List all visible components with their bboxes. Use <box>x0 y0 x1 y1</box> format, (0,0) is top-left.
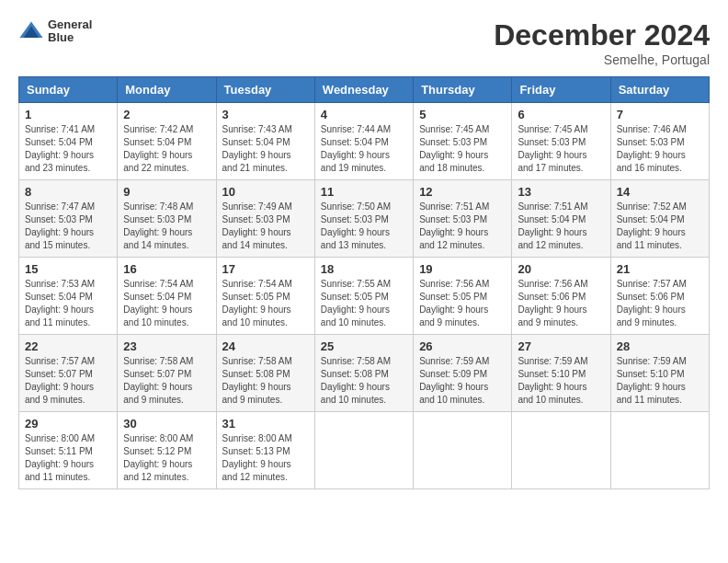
daylight-text: Daylight: 9 hours and 17 minutes. <box>518 149 604 175</box>
calendar-cell: 31 Sunrise: 8:00 AM Sunset: 5:13 PM Dayl… <box>216 412 314 489</box>
weekday-header-saturday: Saturday <box>610 77 709 103</box>
logo-icon <box>18 18 44 44</box>
sunset-text: Sunset: 5:08 PM <box>222 368 309 381</box>
day-info: Sunrise: 7:42 AM Sunset: 5:04 PM Dayligh… <box>123 123 210 175</box>
day-info: Sunrise: 7:51 AM Sunset: 5:04 PM Dayligh… <box>518 201 604 252</box>
daylight-text: Daylight: 9 hours and 22 minutes. <box>123 149 210 175</box>
sunset-text: Sunset: 5:13 PM <box>222 445 309 458</box>
calendar-cell <box>414 412 512 489</box>
sunrise-text: Sunrise: 7:59 AM <box>518 355 604 368</box>
day-info: Sunrise: 7:59 AM Sunset: 5:09 PM Dayligh… <box>419 355 506 407</box>
calendar-week-row: 15 Sunrise: 7:53 AM Sunset: 5:04 PM Dayl… <box>19 258 710 335</box>
daylight-text: Daylight: 9 hours and 10 minutes. <box>222 304 309 329</box>
day-info: Sunrise: 7:47 AM Sunset: 5:03 PM Dayligh… <box>25 201 111 252</box>
sunrise-text: Sunrise: 7:52 AM <box>617 201 703 213</box>
daylight-text: Daylight: 9 hours and 10 minutes. <box>419 381 506 407</box>
sunset-text: Sunset: 5:04 PM <box>617 213 703 226</box>
calendar-cell: 5 Sunrise: 7:45 AM Sunset: 5:03 PM Dayli… <box>414 103 512 180</box>
day-number: 24 <box>222 339 309 353</box>
day-number: 19 <box>419 262 506 276</box>
daylight-text: Daylight: 9 hours and 23 minutes. <box>25 149 111 175</box>
day-info: Sunrise: 7:58 AM Sunset: 5:08 PM Dayligh… <box>222 355 309 407</box>
daylight-text: Daylight: 9 hours and 9 minutes. <box>419 304 506 329</box>
calendar-cell: 8 Sunrise: 7:47 AM Sunset: 5:03 PM Dayli… <box>19 180 118 258</box>
calendar-cell: 3 Sunrise: 7:43 AM Sunset: 5:04 PM Dayli… <box>216 103 314 180</box>
sunrise-text: Sunrise: 7:44 AM <box>321 123 407 136</box>
day-number: 1 <box>25 108 111 121</box>
sunset-text: Sunset: 5:04 PM <box>25 136 111 149</box>
sunrise-text: Sunrise: 7:55 AM <box>321 278 407 291</box>
title-area: December 2024 Semelhe, Portugal <box>494 18 710 67</box>
daylight-text: Daylight: 9 hours and 12 minutes. <box>419 226 506 252</box>
weekday-header-thursday: Thursday <box>414 77 512 103</box>
calendar-cell: 24 Sunrise: 7:58 AM Sunset: 5:08 PM Dayl… <box>216 335 314 412</box>
day-number: 14 <box>617 185 703 199</box>
calendar-cell <box>314 412 413 489</box>
daylight-text: Daylight: 9 hours and 9 minutes. <box>25 381 111 407</box>
daylight-text: Daylight: 9 hours and 11 minutes. <box>617 381 703 407</box>
weekday-header-monday: Monday <box>118 77 216 103</box>
day-info: Sunrise: 7:50 AM Sunset: 5:03 PM Dayligh… <box>321 201 407 252</box>
daylight-text: Daylight: 9 hours and 15 minutes. <box>25 226 111 252</box>
day-number: 30 <box>123 417 210 431</box>
day-number: 23 <box>123 339 210 353</box>
weekday-header-friday: Friday <box>512 77 610 103</box>
day-info: Sunrise: 7:45 AM Sunset: 5:03 PM Dayligh… <box>419 123 506 175</box>
calendar-cell <box>610 412 709 489</box>
sunset-text: Sunset: 5:07 PM <box>25 368 111 381</box>
weekday-header-tuesday: Tuesday <box>216 77 314 103</box>
calendar-cell: 13 Sunrise: 7:51 AM Sunset: 5:04 PM Dayl… <box>512 180 610 258</box>
calendar-cell: 6 Sunrise: 7:45 AM Sunset: 5:03 PM Dayli… <box>512 103 610 180</box>
day-info: Sunrise: 8:00 AM Sunset: 5:11 PM Dayligh… <box>25 432 111 484</box>
daylight-text: Daylight: 9 hours and 10 minutes. <box>321 381 407 407</box>
sunrise-text: Sunrise: 7:51 AM <box>518 201 604 213</box>
calendar-cell: 18 Sunrise: 7:55 AM Sunset: 5:05 PM Dayl… <box>314 258 413 335</box>
day-info: Sunrise: 8:00 AM Sunset: 5:13 PM Dayligh… <box>222 432 309 484</box>
daylight-text: Daylight: 9 hours and 13 minutes. <box>321 226 407 252</box>
day-info: Sunrise: 8:00 AM Sunset: 5:12 PM Dayligh… <box>123 432 210 484</box>
day-info: Sunrise: 7:41 AM Sunset: 5:04 PM Dayligh… <box>25 123 111 175</box>
sunset-text: Sunset: 5:04 PM <box>518 213 604 226</box>
calendar-cell: 9 Sunrise: 7:48 AM Sunset: 5:03 PM Dayli… <box>118 180 216 258</box>
logo-text: General Blue <box>48 18 92 45</box>
day-info: Sunrise: 7:48 AM Sunset: 5:03 PM Dayligh… <box>123 201 210 252</box>
day-number: 5 <box>419 108 506 121</box>
sunset-text: Sunset: 5:05 PM <box>321 291 407 304</box>
calendar-cell: 26 Sunrise: 7:59 AM Sunset: 5:09 PM Dayl… <box>414 335 512 412</box>
month-title: December 2024 <box>494 18 710 52</box>
day-number: 4 <box>321 108 407 121</box>
sunrise-text: Sunrise: 7:57 AM <box>617 278 703 291</box>
calendar-cell: 1 Sunrise: 7:41 AM Sunset: 5:04 PM Dayli… <box>19 103 118 180</box>
day-number: 18 <box>321 262 407 276</box>
calendar-cell <box>512 412 610 489</box>
calendar-week-row: 29 Sunrise: 8:00 AM Sunset: 5:11 PM Dayl… <box>19 412 710 489</box>
calendar-cell: 11 Sunrise: 7:50 AM Sunset: 5:03 PM Dayl… <box>314 180 413 258</box>
calendar-cell: 7 Sunrise: 7:46 AM Sunset: 5:03 PM Dayli… <box>610 103 709 180</box>
day-info: Sunrise: 7:57 AM Sunset: 5:06 PM Dayligh… <box>617 278 703 329</box>
day-info: Sunrise: 7:44 AM Sunset: 5:04 PM Dayligh… <box>321 123 407 175</box>
calendar-week-row: 1 Sunrise: 7:41 AM Sunset: 5:04 PM Dayli… <box>19 103 710 180</box>
day-info: Sunrise: 7:51 AM Sunset: 5:03 PM Dayligh… <box>419 201 506 252</box>
daylight-text: Daylight: 9 hours and 16 minutes. <box>617 149 703 175</box>
day-number: 3 <box>222 108 309 121</box>
logo-line2: Blue <box>48 31 92 44</box>
calendar-cell: 12 Sunrise: 7:51 AM Sunset: 5:03 PM Dayl… <box>414 180 512 258</box>
calendar-cell: 21 Sunrise: 7:57 AM Sunset: 5:06 PM Dayl… <box>610 258 709 335</box>
logo: General Blue <box>18 18 92 45</box>
day-number: 31 <box>222 417 309 431</box>
sunset-text: Sunset: 5:08 PM <box>321 368 407 381</box>
calendar-cell: 16 Sunrise: 7:54 AM Sunset: 5:04 PM Dayl… <box>118 258 216 335</box>
sunrise-text: Sunrise: 7:56 AM <box>518 278 604 291</box>
day-number: 9 <box>123 185 210 199</box>
sunrise-text: Sunrise: 7:48 AM <box>123 201 210 213</box>
day-info: Sunrise: 7:43 AM Sunset: 5:04 PM Dayligh… <box>222 123 309 175</box>
daylight-text: Daylight: 9 hours and 19 minutes. <box>321 149 407 175</box>
sunset-text: Sunset: 5:03 PM <box>222 213 309 226</box>
calendar-cell: 25 Sunrise: 7:58 AM Sunset: 5:08 PM Dayl… <box>314 335 413 412</box>
day-number: 11 <box>321 185 407 199</box>
day-number: 12 <box>419 185 506 199</box>
sunset-text: Sunset: 5:04 PM <box>25 291 111 304</box>
calendar-cell: 10 Sunrise: 7:49 AM Sunset: 5:03 PM Dayl… <box>216 180 314 258</box>
sunset-text: Sunset: 5:11 PM <box>25 445 111 458</box>
calendar-cell: 17 Sunrise: 7:54 AM Sunset: 5:05 PM Dayl… <box>216 258 314 335</box>
